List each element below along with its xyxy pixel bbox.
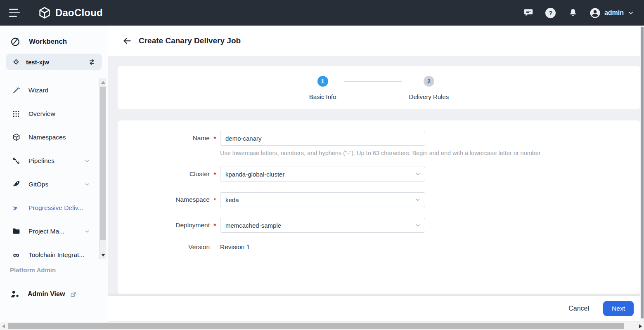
workbench-header: Workbench xyxy=(0,26,108,47)
chevron-down-icon xyxy=(84,158,90,164)
workspace-selector[interactable]: test-xjw xyxy=(6,54,102,70)
form-footer: Cancel Next xyxy=(108,296,640,321)
stepper-connector-line xyxy=(344,81,402,82)
required-marker: * xyxy=(210,135,220,142)
cancel-button[interactable]: Cancel xyxy=(568,305,589,312)
main-content: Create Canary Delivery Job 1 Basic Info … xyxy=(108,26,640,322)
sidebar-item-pipelines[interactable]: Pipelines xyxy=(0,149,99,172)
version-field-row: Version Revision 1 xyxy=(118,243,640,251)
scroll-right-arrow-icon[interactable] xyxy=(639,324,642,328)
user-chevron-down-icon xyxy=(627,9,634,16)
step-delivery-rules: 2 Delivery Rules xyxy=(409,76,449,100)
avatar xyxy=(590,7,601,19)
workbench-label: Workbench xyxy=(29,38,67,46)
name-label: Name xyxy=(118,134,210,142)
sidebar-item-toolchain-integration[interactable]: ∞ Toolchain Integrat... xyxy=(0,243,99,266)
name-input[interactable] xyxy=(220,131,425,146)
namespace-field-row: Namespace * keda xyxy=(118,192,640,207)
namespace-label: Namespace xyxy=(118,196,210,203)
folder-icon xyxy=(11,227,21,236)
menu-hamburger-icon[interactable] xyxy=(9,9,21,17)
bird-icon xyxy=(11,203,21,212)
version-value: Revision 1 xyxy=(220,243,250,250)
step-1-label: Basic Info xyxy=(309,93,336,100)
stepper: 1 Basic Info 2 Delivery Rules xyxy=(309,76,449,109)
deployment-label: Deployment xyxy=(118,222,210,229)
workbench-icon xyxy=(10,36,21,47)
cube-icon xyxy=(11,133,21,141)
top-header-bar: DaoCloud ? admin xyxy=(0,0,644,26)
deployment-field-row: Deployment * memcached-sample xyxy=(118,218,640,233)
cluster-field-row: Cluster * kpanda-global-cluster xyxy=(118,167,640,182)
name-field-row: Name * xyxy=(118,131,640,146)
vertical-scrollbar-thumb[interactable] xyxy=(641,27,644,318)
admin-user-icon xyxy=(10,290,19,299)
sidebar-item-overview[interactable]: Overview xyxy=(0,102,99,125)
sidebar-divider xyxy=(0,260,99,260)
infinity-icon: ∞ xyxy=(11,250,21,259)
stepper-card: 1 Basic Info 2 Delivery Rules xyxy=(118,66,640,109)
workspace-cube-icon xyxy=(12,58,20,66)
cluster-select[interactable]: kpanda-global-cluster xyxy=(220,167,425,182)
switch-workspace-icon[interactable] xyxy=(88,58,96,66)
sidebar-nav: Wizard Overview Namespaces xyxy=(0,78,99,266)
deployment-select[interactable]: memcached-sample xyxy=(220,218,425,233)
sidebar-scrollbar-thumb[interactable] xyxy=(100,87,106,240)
grid-dots-icon xyxy=(11,110,21,118)
external-link-icon xyxy=(70,291,77,298)
step-2-circle: 2 xyxy=(424,76,434,87)
step-1-circle: 1 xyxy=(317,76,328,87)
platform-admin-section-label: Platform Admin xyxy=(10,266,56,273)
required-marker: * xyxy=(210,222,220,229)
namespace-select[interactable]: keda xyxy=(220,192,425,207)
back-arrow-icon[interactable] xyxy=(122,35,133,46)
cluster-label: Cluster xyxy=(118,170,210,178)
chevron-down-icon xyxy=(84,229,90,234)
horizontal-scrollbar-thumb[interactable] xyxy=(8,323,624,329)
form-card: Name * Use lowercase letters, numbers, a… xyxy=(118,120,640,294)
sidebar-item-project-management[interactable]: Project Ma... xyxy=(0,219,99,243)
sidebar: Workbench test-xjw xyxy=(0,26,108,322)
rocket-icon xyxy=(11,180,21,189)
user-name: admin xyxy=(604,9,624,16)
daocloud-logo[interactable]: DaoCloud xyxy=(38,6,103,19)
vertical-scrollbar[interactable] xyxy=(640,26,644,322)
sidebar-item-progressive-delivery[interactable]: Progressive Deliv... xyxy=(0,196,99,219)
pipeline-icon xyxy=(11,156,21,165)
horizontal-scrollbar[interactable] xyxy=(0,322,644,330)
daocloud-cube-icon xyxy=(38,6,51,19)
sidebar-item-namespaces[interactable]: Namespaces xyxy=(0,125,99,149)
name-hint-text: Use lowercase letters, numbers, and hyph… xyxy=(220,150,640,156)
admin-view-label: Admin View xyxy=(28,290,65,298)
required-marker: * xyxy=(210,196,220,203)
sidebar-scrollbar[interactable] xyxy=(99,78,106,259)
page-title: Create Canary Delivery Job xyxy=(139,36,241,45)
step-2-label: Delivery Rules xyxy=(409,93,449,100)
workspace-name: test-xjw xyxy=(26,59,49,66)
step-basic-info: 1 Basic Info xyxy=(309,76,336,100)
sidebar-item-admin-view[interactable]: Admin View xyxy=(0,285,99,304)
user-menu[interactable]: admin xyxy=(590,7,634,19)
scroll-left-arrow-icon[interactable] xyxy=(2,324,5,328)
help-icon[interactable]: ? xyxy=(545,7,556,19)
version-label: Version xyxy=(118,243,210,251)
sidebar-item-gitops[interactable]: GitOps xyxy=(0,172,99,196)
logo-text: DaoCloud xyxy=(55,7,103,19)
page-header: Create Canary Delivery Job xyxy=(108,26,640,56)
scroll-up-arrow-icon[interactable] xyxy=(101,81,105,84)
notifications-bell-icon[interactable] xyxy=(567,7,579,19)
chat-icon[interactable] xyxy=(523,7,534,19)
chevron-down-icon xyxy=(84,182,90,187)
sidebar-item-wizard[interactable]: Wizard xyxy=(0,78,99,102)
scroll-down-arrow-icon[interactable] xyxy=(101,254,105,257)
required-marker: * xyxy=(210,171,220,178)
next-button[interactable]: Next xyxy=(603,301,634,316)
wand-icon xyxy=(11,86,21,94)
